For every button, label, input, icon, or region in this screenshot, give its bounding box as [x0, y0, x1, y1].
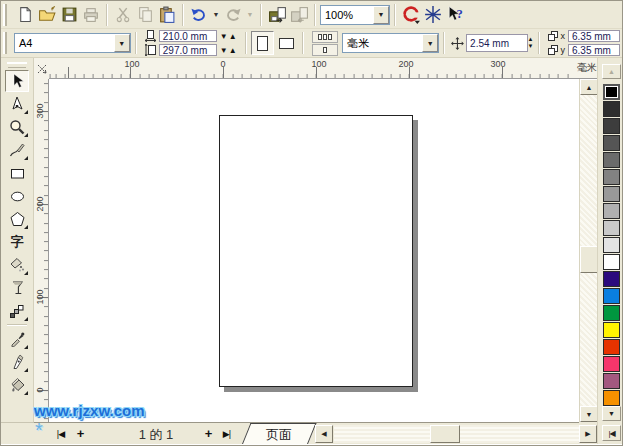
scroll-up-button[interactable]: ▲: [580, 79, 598, 95]
polygon-tool[interactable]: [5, 208, 29, 230]
spinner-down-icon[interactable]: ▼: [528, 43, 534, 50]
landscape-button[interactable]: [274, 31, 298, 55]
shape-arrow-icon: [10, 96, 25, 112]
palette-color-swatch[interactable]: [603, 237, 620, 253]
corel-graph-icon: [423, 5, 443, 24]
ellipse-tool[interactable]: [5, 185, 29, 207]
fill-tool[interactable]: [5, 374, 29, 396]
rectangle-tool[interactable]: [5, 162, 29, 184]
units-combo[interactable]: 毫米 ▼: [342, 33, 439, 53]
hruler-tick-label: 0: [220, 59, 225, 69]
page-scope-buttons: [312, 31, 338, 56]
shape-tool[interactable]: [5, 93, 29, 115]
zoom-level-dropdown[interactable]: ▼: [373, 6, 389, 24]
all-pages-button[interactable]: [312, 31, 338, 43]
palette-color-swatch[interactable]: [603, 135, 620, 151]
scroll-left-button[interactable]: ◀: [315, 425, 333, 443]
redo-dropdown[interactable]: ▼: [244, 11, 256, 18]
first-page-button[interactable]: |◀: [52, 425, 69, 442]
toolbar-gripper[interactable]: [3, 4, 10, 26]
undo-button[interactable]: [188, 4, 210, 26]
scroll-down-button[interactable]: ▼: [580, 406, 598, 422]
palette-scroll-down-button[interactable]: ▼: [602, 406, 621, 421]
add-page-before-button[interactable]: +: [72, 425, 89, 442]
palette-color-swatch[interactable]: [603, 169, 620, 185]
property-bar-gripper[interactable]: [3, 32, 10, 54]
pick-tool[interactable]: [5, 70, 29, 92]
paper-width-spinner[interactable]: ▼ ▲: [220, 32, 237, 41]
palette-color-swatch[interactable]: [603, 305, 620, 321]
redo-button[interactable]: [222, 4, 244, 26]
vertical-scroll-thumb[interactable]: [580, 246, 598, 273]
cut-button[interactable]: [112, 4, 134, 26]
horizontal-scroll-thumb[interactable]: [430, 425, 460, 443]
open-button[interactable]: [36, 4, 58, 26]
palette-color-swatch[interactable]: [603, 271, 620, 287]
duplicate-x-field[interactable]: 6.35 mm: [568, 30, 620, 42]
interactive-transparency-tool[interactable]: [5, 277, 29, 299]
spinner-down-icon[interactable]: ▼: [220, 46, 228, 55]
paste-button[interactable]: [156, 4, 178, 26]
spinner-up-icon[interactable]: ▲: [229, 32, 237, 41]
eyedropper-tool[interactable]: [5, 328, 29, 350]
portrait-button[interactable]: [251, 31, 275, 55]
palette-color-swatch[interactable]: [603, 373, 620, 389]
spinner-up-icon[interactable]: ▲: [528, 36, 534, 43]
palette-color-swatch[interactable]: [603, 101, 620, 117]
paper-height-spinner[interactable]: ▼ ▲: [220, 46, 237, 55]
import-button[interactable]: [266, 4, 288, 26]
copy-button[interactable]: [134, 4, 156, 26]
paper-width-field[interactable]: 210.0 mm: [159, 30, 217, 42]
nudge-spinner[interactable]: ▲ ▼: [528, 36, 534, 50]
palette-color-swatch[interactable]: [603, 390, 620, 406]
palette-color-swatch[interactable]: [603, 118, 620, 134]
paper-height-field[interactable]: 297.0 mm: [159, 44, 217, 56]
duplicate-y-field[interactable]: 6.35 mm: [568, 44, 620, 56]
nudge-offset-field[interactable]: 2.54 mm: [466, 34, 527, 52]
palette-color-swatch[interactable]: [603, 203, 620, 219]
toolbox-gripper[interactable]: [7, 62, 27, 67]
zoom-level-combo[interactable]: 100% ▼: [320, 5, 390, 25]
drawing-canvas[interactable]: [49, 79, 579, 422]
last-page-button[interactable]: ▶|: [218, 425, 235, 442]
horizontal-scrollbar[interactable]: [334, 425, 579, 443]
palette-expand-button[interactable]: |◀: [602, 425, 621, 441]
palette-color-swatch[interactable]: [603, 322, 620, 338]
interactive-blend-tool[interactable]: [5, 300, 29, 322]
units-dropdown[interactable]: ▼: [422, 34, 438, 52]
add-page-after-button[interactable]: +: [200, 425, 217, 442]
new-document-button[interactable]: [14, 4, 36, 26]
spinner-down-icon[interactable]: ▼: [220, 32, 228, 41]
paper-size-dropdown[interactable]: ▼: [114, 34, 130, 52]
palette-color-swatch[interactable]: [603, 220, 620, 236]
palette-color-swatch[interactable]: [603, 356, 620, 372]
print-button[interactable]: [80, 4, 102, 26]
zoom-tool[interactable]: [5, 116, 29, 138]
corel-online-button[interactable]: [422, 4, 444, 26]
color-palette: ▲ ▼ |◀: [597, 58, 623, 446]
paper-size-combo[interactable]: A4 ▼: [14, 33, 131, 53]
save-button[interactable]: [58, 4, 80, 26]
palette-color-swatch[interactable]: [603, 84, 620, 100]
text-tool[interactable]: 字: [5, 231, 29, 253]
context-help-button[interactable]: ?: [444, 4, 466, 26]
vertical-scrollbar[interactable]: ▲ ▼: [579, 79, 597, 422]
interactive-fill-tool[interactable]: [5, 254, 29, 276]
export-button[interactable]: [288, 4, 310, 26]
spinner-up-icon[interactable]: ▲: [229, 46, 237, 55]
palette-color-swatch[interactable]: [603, 288, 620, 304]
palette-color-swatch[interactable]: [603, 254, 620, 270]
current-page-button[interactable]: [312, 44, 338, 56]
palette-color-swatch[interactable]: [603, 186, 620, 202]
document-page[interactable]: [219, 115, 413, 387]
palette-color-swatch[interactable]: [603, 339, 620, 355]
palette-color-swatch[interactable]: [603, 152, 620, 168]
freehand-tool[interactable]: [5, 139, 29, 161]
palette-scroll-up-button[interactable]: ▲: [602, 64, 621, 79]
scroll-right-button[interactable]: ▶: [579, 425, 597, 443]
undo-dropdown[interactable]: ▼: [210, 11, 222, 18]
outline-tool[interactable]: [5, 351, 29, 373]
page-tab[interactable]: 页面: [242, 423, 316, 444]
ruler-origin-button[interactable]: [34, 58, 49, 79]
application-launcher-button[interactable]: [400, 4, 422, 26]
